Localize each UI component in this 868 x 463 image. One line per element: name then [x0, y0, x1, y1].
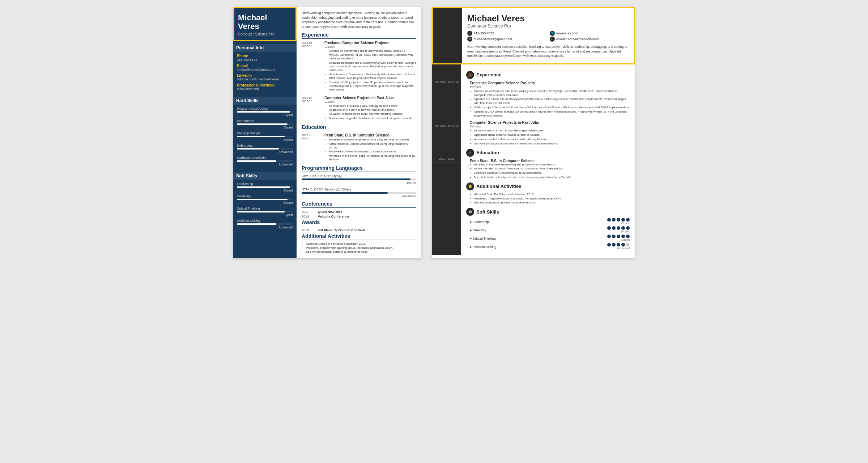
lang-bar-bg-1 [302, 178, 416, 180]
skill-hardware: Hardware Installation [237, 156, 293, 160]
dot [607, 226, 611, 230]
lang-bar-bg-2 [302, 192, 416, 194]
activities-icon: ⭐ [466, 182, 474, 190]
skill-bar-creativity-bg [237, 199, 293, 200]
right-exp-subtitle-2: Various [470, 125, 630, 128]
right-skill-problem-solving: ● Problem Solving Advanced [466, 243, 630, 250]
lang-entry-1: Java, C++, C#, PHP, MySQL Expert [302, 174, 416, 185]
right-skill-leadership: ● Leadership Expert [466, 218, 630, 225]
skill-bar-ecommerce-bg [237, 123, 293, 125]
left-summary: Hard-working computer science specialist… [302, 11, 416, 29]
bullet: Created a CAD project to make 3D printed… [474, 110, 630, 118]
conf-entry-1: 2017 QCon New York [302, 210, 416, 214]
bullet: Active member, Student Association for C… [329, 142, 416, 150]
contact-linkedin: in linkedin.com/in/michaelfveres [550, 37, 629, 42]
soft-skills-heading: Soft Skills [233, 172, 297, 180]
exp-subtitle-2: Various [324, 100, 416, 104]
email-text: michaelfveres@gmail.com [474, 37, 512, 41]
phone-label: Phone [237, 54, 293, 58]
right-activity-bullets: Attended Code For Princeton Hackathon 20… [474, 193, 630, 205]
skill-level-hardware: Advanced [237, 163, 293, 166]
dot-empty [626, 243, 630, 247]
bullet: As waiter, created online menu site with… [474, 138, 630, 142]
bullet: Excelled in software engineering and pro… [474, 163, 630, 167]
right-exp-1: Freelance Computer Science Projects Vari… [466, 81, 630, 118]
email-icon: ✉ [467, 37, 472, 42]
bullet: Created an ecommerce site to sell walkin… [329, 49, 416, 60]
resume-comparison: Michael Veres Computer Science Pro Perso… [233, 7, 635, 258]
skill-level-leadership: Expert [237, 189, 293, 192]
skill-bar-leadership-bg [237, 186, 293, 188]
right-date-1: 2016-06 - 2017-10 [432, 78, 461, 86]
skill-bar-debugging-fill [237, 148, 279, 150]
bullet: President, TrogdorPenn gaming group. Inc… [474, 197, 630, 201]
award-year-1: 2016 [302, 228, 314, 232]
right-activities: Attended Code For Princeton Hackathon 20… [466, 193, 630, 205]
bullet: As waiter, created online menu site with… [329, 112, 416, 116]
soft-skills-heading-right: ⚙ Soft Skills [466, 208, 630, 216]
exp-body-1: Freelance Computer Science Projects Vari… [324, 41, 416, 92]
phone-icon: 📞 [467, 31, 472, 36]
right-skill-level-creativity: Expert [607, 230, 630, 233]
bullet: Created an ecommerce site to sell walkin… [474, 89, 630, 97]
conferences-heading: Conferences [302, 201, 416, 208]
right-resume: Michael Veres Computer Science Pro 📞 215… [432, 7, 635, 258]
right-exp-title-2: Computer Science Projects in Past Jobs [470, 121, 630, 125]
bullet: Attended Code For Princeton Hackathon 20… [474, 193, 630, 197]
bullet: Upgraded online store to newest version … [474, 133, 630, 137]
email-label: E-mail [237, 64, 293, 68]
right-header-main: Michael Veres Computer Science Pro 📞 215… [462, 8, 634, 63]
skill-bar-critical-bg [237, 211, 293, 212]
exp-title-2: Computer Science Projects in Past Jobs [324, 96, 416, 100]
right-sidebar: 2016-06 - 2017-10 2012-07 - 2017-10 2012… [432, 64, 461, 255]
conf-year-2: 2016 [302, 215, 314, 218]
exp-subtitle-1: Various [324, 45, 416, 49]
contact-phone: 📞 215-290-8372 [467, 31, 546, 36]
right-edu-title-1: Penn State, B.S. in Computer Science [470, 159, 630, 163]
award-entry-1: 2016 3rd Place, SpOJ.com CodeWar [302, 228, 416, 232]
skill-bar-ecommerce-fill [237, 123, 288, 125]
dot [626, 226, 630, 230]
lang-level-2: Advanced [302, 194, 416, 198]
right-header: Michael Veres Computer Science Pro 📞 215… [432, 7, 635, 64]
dots-leadership [607, 218, 630, 222]
portfolio-label: Professional Portfolio [237, 83, 293, 87]
dot [617, 226, 620, 230]
bullet: Upgraded online store to newest version … [329, 108, 416, 112]
contact-email: ✉ michaelfveres@gmail.com [467, 37, 546, 42]
bullet: Excelled in software engineering and pro… [329, 138, 416, 142]
bullet: Created a CAD project to make 3D printed… [329, 81, 416, 92]
email-value: michaelfveres@gmail.com [237, 68, 293, 71]
bullet: Received Schreyer Scholarship to study e… [329, 150, 416, 153]
left-sidebar: Michael Veres Computer Science Pro Perso… [233, 7, 297, 258]
personal-info-heading: Personal Info [233, 44, 297, 52]
dots-creativity [607, 226, 630, 230]
dot [612, 243, 616, 247]
edu-date-1: 2012 -2016 [302, 133, 322, 162]
dot [607, 235, 611, 238]
bullet: As retail clerk in a mom & pop, debugged… [329, 104, 416, 108]
left-main-content: Hard-working computer science specialist… [297, 7, 421, 258]
right-edu-bullets-1: Excelled in software engineering and pro… [474, 163, 630, 180]
exp-bullets-2: As retail clerk in a mom & pop, debugged… [329, 104, 416, 121]
bullet: My article in the school paper on mobile… [329, 154, 416, 162]
award-name-1: 3rd Place, SpOJ.com CodeWar [318, 228, 365, 232]
right-summary: Hard-working computer science specialist… [467, 45, 629, 58]
linkedin-icon: in [550, 37, 555, 42]
bullet: See my professional portfolio at mikever… [474, 201, 630, 205]
right-skill-level-leadership: Expert [607, 222, 630, 225]
phone-value: 215-290-8372 [237, 58, 293, 62]
prog-lang-heading: Programming Languages [302, 165, 416, 172]
skill-level-critical: Expert [237, 213, 293, 217]
right-title: Computer Science Pro [467, 24, 629, 29]
skill-level-programming: Expert [237, 113, 293, 117]
right-skill-rating-critical: Expert [607, 235, 630, 241]
skill-debugging: Debugging [237, 144, 293, 147]
right-date-3: 2012 - 2016 [432, 155, 461, 163]
right-skill-name-leadership: ● Leadership [470, 219, 489, 224]
conf-entry-2: 2016 Velocity Conference [302, 215, 416, 218]
dot [607, 218, 611, 222]
skill-webapp: Webapp Design [237, 131, 293, 135]
edu-bullets-1: Excelled in software engineering and pro… [329, 138, 416, 161]
dot [607, 243, 611, 247]
